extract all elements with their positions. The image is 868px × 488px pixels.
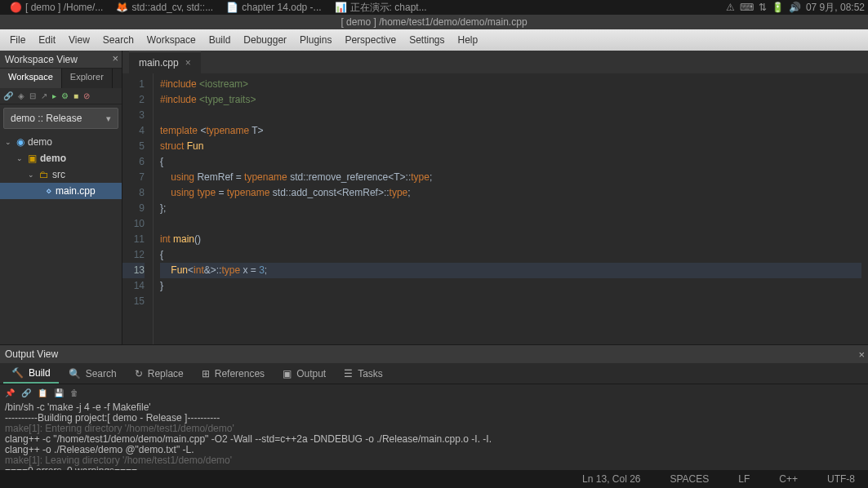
output-tab-build[interactable]: 🔨Build	[3, 364, 59, 384]
out-save-icon[interactable]: 💾	[54, 388, 64, 397]
output-body[interactable]: /bin/sh -c 'make -j 4 -e -f Makefile'---…	[0, 401, 868, 471]
tree-file-main[interactable]: ⋄ main.cpp	[0, 183, 122, 199]
workspace-sidebar: Workspace View × Workspace Explorer 🔗 ◈ …	[0, 51, 122, 344]
tray-volume-icon[interactable]: 🔊	[789, 2, 801, 13]
output-title: Output View	[5, 348, 58, 360]
menu-search[interactable]: Search	[96, 31, 140, 49]
output-toolbar: 📌 🔗 📋 💾 🗑	[0, 384, 868, 401]
out-pin-icon[interactable]: 📌	[5, 388, 15, 397]
output-tab-replace[interactable]: ↻Replace	[127, 365, 192, 383]
tree-workspace-root[interactable]: ⌄◉ demo	[0, 134, 122, 150]
window-titlebar: [ demo ] /home/test1/demo/demo/main.cpp	[0, 15, 868, 29]
tray-battery-icon[interactable]: 🔋	[772, 2, 784, 13]
output-header: Output View ×	[0, 345, 868, 363]
taskbar-app-1[interactable]: 🔴 [ demo ] /Home/...	[3, 2, 109, 13]
menu-file[interactable]: File	[3, 31, 32, 49]
taskbar-app-2[interactable]: 🦊 std::add_cv, std::...	[109, 2, 220, 13]
output-tab-tasks[interactable]: ☰Tasks	[336, 365, 391, 383]
status-indent[interactable]: SPACES	[665, 473, 714, 485]
menu-settings[interactable]: Settings	[403, 31, 451, 49]
run-icon[interactable]: ▸	[52, 91, 56, 100]
menu-build[interactable]: Build	[203, 31, 238, 49]
output-panel: Output View × 🔨Build 🔍Search ↻Replace ⊞R…	[0, 344, 868, 471]
tray-clock[interactable]: 07 9月, 08:52	[806, 1, 865, 15]
out-link-icon[interactable]: 🔗	[21, 388, 31, 397]
goto-icon[interactable]: ↗	[41, 91, 47, 100]
output-tab-output[interactable]: ▣Output	[274, 365, 334, 383]
workspace-title: Workspace View	[5, 54, 78, 65]
project-tree: ⌄◉ demo ⌄▣ demo ⌄🗀 src ⋄ main.cpp	[0, 132, 122, 344]
window-title: [ demo ] /home/test1/demo/demo/main.cpp	[341, 16, 527, 28]
code-body[interactable]: #include <iostream>#include <type_traits…	[154, 73, 868, 344]
status-eol[interactable]: LF	[733, 473, 754, 485]
menu-workspace[interactable]: Workspace	[140, 31, 203, 49]
output-tab-references[interactable]: ⊞References	[194, 365, 273, 383]
out-clear-icon[interactable]: 🗑	[70, 388, 78, 397]
tree-folder-src[interactable]: ⌄🗀 src	[0, 166, 122, 183]
collapse-icon[interactable]: ⊟	[29, 91, 36, 100]
code-editor[interactable]: 123456789101112131415 #include <iostream…	[122, 73, 868, 344]
output-close-icon[interactable]: ×	[858, 348, 865, 361]
taskbar-app-3[interactable]: 📄 chapter 14.odp -...	[220, 2, 327, 13]
menu-edit[interactable]: Edit	[32, 31, 62, 49]
close-ws-icon[interactable]: ⊘	[83, 91, 90, 100]
workspace-toolbar: 🔗 ◈ ⊟ ↗ ▸ ⚙ ■ ⊘	[0, 88, 122, 104]
status-cursor-pos[interactable]: Ln 13, Col 26	[577, 473, 645, 485]
menu-help[interactable]: Help	[452, 31, 485, 49]
tray-network-icon[interactable]: ⇅	[759, 2, 767, 13]
tree-project[interactable]: ⌄▣ demo	[0, 150, 122, 166]
build-icon[interactable]: ⚙	[61, 91, 69, 100]
tab-explorer[interactable]: Explorer	[62, 69, 113, 88]
editor-tab-main[interactable]: main.cpp ×	[129, 51, 201, 73]
editor-tabstrip: main.cpp ×	[122, 51, 868, 73]
link-icon[interactable]: 🔗	[3, 91, 13, 100]
line-gutter: 123456789101112131415	[122, 73, 154, 344]
build-config-select[interactable]: demo :: Release	[3, 108, 118, 129]
nav-icon[interactable]: ◈	[18, 91, 24, 100]
menu-view[interactable]: View	[62, 31, 96, 49]
menu-perspective[interactable]: Perspective	[338, 31, 403, 49]
editor-area: main.cpp × 123456789101112131415 #includ…	[122, 51, 868, 344]
tray-keyboard-icon[interactable]: ⌨	[740, 2, 754, 13]
taskbar-app-4[interactable]: 📊 正在演示: chapt...	[328, 1, 434, 15]
out-copy-icon[interactable]: 📋	[38, 388, 47, 397]
tray-warning-icon[interactable]: ⚠	[726, 2, 735, 13]
os-taskbar: 🔴 [ demo ] /Home/... 🦊 std::add_cv, std:…	[0, 0, 868, 15]
output-tab-search[interactable]: 🔍Search	[60, 365, 125, 383]
workspace-header: Workspace View ×	[0, 51, 122, 69]
workspace-close-icon[interactable]: ×	[112, 52, 118, 64]
statusbar: Ln 13, Col 26 SPACES LF C++ UTF-8	[0, 470, 868, 488]
editor-tab-close-icon[interactable]: ×	[185, 57, 191, 69]
menu-plugins[interactable]: Plugins	[293, 31, 338, 49]
menubar: File Edit View Search Workspace Build De…	[0, 29, 868, 51]
tab-workspace[interactable]: Workspace	[0, 69, 62, 88]
menu-debugger[interactable]: Debugger	[237, 31, 293, 49]
status-encoding[interactable]: UTF-8	[822, 473, 860, 485]
stop-icon[interactable]: ■	[73, 91, 78, 100]
status-lang[interactable]: C++	[774, 473, 803, 485]
